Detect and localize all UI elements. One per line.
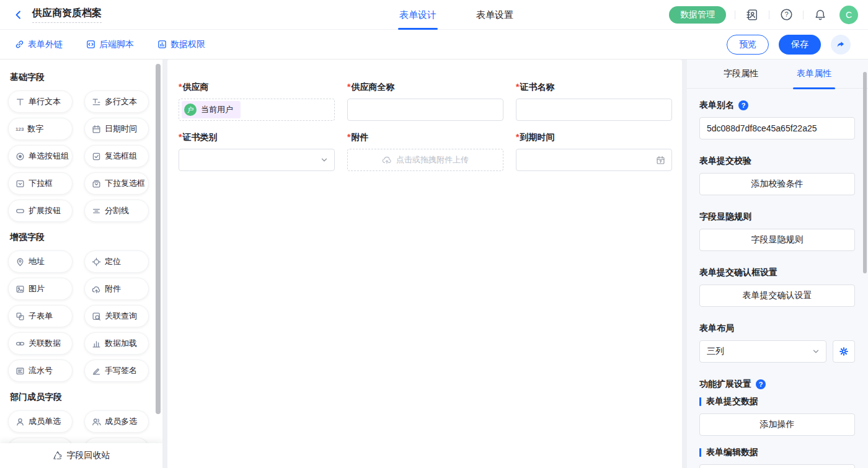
address-pin-icon (16, 257, 25, 267)
field-item-address[interactable]: 地址 (8, 250, 73, 273)
form-field-supplier-full-name[interactable]: * 供应商全称 (347, 82, 503, 121)
edit-data-add-button[interactable]: 添加操作 (699, 464, 855, 468)
data-permission-button[interactable]: 数据权限 (157, 39, 205, 50)
field-item-multi-line-text[interactable]: 多行文本 (84, 91, 149, 113)
field-item-location[interactable]: 定位 (84, 250, 149, 273)
field-item-multi-select[interactable]: 下拉复选框 (84, 172, 149, 195)
form-field-certificate-type[interactable]: * 证书类别 (179, 132, 335, 171)
layout-settings-button[interactable] (833, 340, 855, 363)
extend-button-icon (16, 206, 25, 216)
field-item-select[interactable]: 下拉框 (8, 172, 73, 195)
certificate-type-select[interactable] (179, 149, 335, 171)
form-grid: * 供应商 户 当前用户 * 供应商全称 * 证书名称 (167, 60, 682, 171)
submit-confirm-heading: 表单提交确认框设置 (699, 267, 855, 278)
field-item-linked-data[interactable]: 关联数据 (8, 332, 73, 355)
user-avatar[interactable]: C (839, 6, 858, 24)
field-visibility-button[interactable]: 字段显隐规则 (699, 229, 855, 251)
field-item-radio-group[interactable]: 单选按钮组 (8, 145, 73, 167)
notification-button[interactable] (812, 7, 828, 23)
data-permission-icon (157, 40, 167, 49)
save-button[interactable]: 保存 (779, 35, 821, 55)
required-asterisk: * (516, 82, 519, 93)
image-icon (16, 285, 25, 294)
section-title-enhanced-fields: 增强字段 (10, 232, 155, 243)
back-button[interactable] (11, 7, 26, 22)
field-item-datetime[interactable]: 日期时间 (84, 118, 149, 140)
backend-script-button[interactable]: 后端脚本 (86, 39, 134, 50)
section-title-basic-fields: 基础字段 (10, 72, 155, 83)
form-alias-heading: 表单别名 ? (699, 100, 855, 111)
certificate-name-input[interactable] (516, 99, 672, 121)
field-item-member-multi[interactable]: 成员多选 (84, 410, 149, 433)
field-item-divider-line[interactable]: 分割线 (84, 200, 149, 222)
field-item-member-single[interactable]: 成员单选 (8, 410, 73, 433)
form-field-attachment[interactable]: * 附件 点击或拖拽附件上传 (347, 132, 503, 171)
form-design-canvas[interactable]: * 供应商 户 当前用户 * 供应商全称 * 证书名称 (167, 60, 682, 468)
user-tag-avatar: 户 (184, 104, 197, 116)
preview-button[interactable]: 预览 (727, 35, 769, 55)
form-field-expire-time[interactable]: * 到期时间 (516, 132, 672, 171)
multi-text-icon (92, 97, 101, 107)
layout-select[interactable]: 三列 (699, 340, 826, 363)
field-item-number[interactable]: 123 数字 (8, 118, 73, 140)
tab-form-design[interactable]: 表单设计 (399, 0, 436, 30)
section-title-member-fields: 部门成员字段 (10, 392, 155, 403)
basic-fields-grid: 单行文本 多行文本 123 数字 日期时间 单选按钮组 复选框组 (8, 91, 155, 222)
supplier-user-field[interactable]: 户 当前用户 (179, 99, 335, 121)
question-circle-icon: ? (780, 8, 793, 21)
field-item-single-line-text[interactable]: 单行文本 (8, 91, 73, 113)
contact-book-button[interactable] (744, 7, 760, 23)
tab-form-settings[interactable]: 表单设置 (476, 0, 513, 30)
field-item-serial-number[interactable]: 流水号 (8, 360, 73, 382)
field-item-label: 地址 (29, 256, 45, 267)
field-item-extend-button[interactable]: 扩展按钮 (8, 200, 73, 222)
page-title[interactable]: 供应商资质档案 (32, 7, 102, 23)
field-label: * 供应商 (179, 82, 335, 93)
form-field-certificate-name[interactable]: * 证书名称 (516, 82, 672, 121)
current-user-tag[interactable]: 户 当前用户 (182, 101, 241, 118)
field-item-subform[interactable]: 子表单 (8, 305, 73, 327)
panel-scrollbar[interactable] (863, 72, 867, 273)
help-badge-icon[interactable]: ? (756, 379, 766, 389)
field-visibility-heading: 字段显隐规则 (699, 211, 855, 223)
submit-confirm-button[interactable]: 表单提交确认设置 (699, 285, 855, 307)
linked-data-icon (16, 339, 25, 348)
help-button[interactable]: ? (778, 7, 794, 23)
add-validation-button[interactable]: 添加校验条件 (699, 173, 855, 195)
sidebar-scrollbar[interactable] (156, 64, 161, 414)
upload-placeholder: 点击或拖拽附件上传 (396, 154, 469, 166)
number-icon: 123 (16, 126, 24, 132)
supplier-full-name-input[interactable] (347, 99, 503, 121)
expire-time-date-input[interactable] (516, 149, 672, 171)
field-item-label: 分割线 (105, 205, 129, 216)
field-item-image[interactable]: 图片 (8, 278, 73, 300)
field-item-linked-query[interactable]: 关联查询 (84, 305, 149, 327)
field-item-label: 关联查询 (105, 311, 137, 322)
field-item-label: 成员单选 (29, 416, 61, 427)
tab-field-properties[interactable]: 字段属性 (724, 60, 758, 89)
contact-book-icon (746, 9, 758, 21)
external-link-label: 表单外链 (28, 39, 63, 50)
form-field-supplier[interactable]: * 供应商 户 当前用户 (179, 82, 335, 121)
form-alias-input[interactable] (699, 117, 855, 139)
topbar-right: 数据管理 ? (669, 6, 868, 24)
attachment-upload-area[interactable]: 点击或拖拽附件上传 (347, 149, 503, 171)
field-item-label: 手写签名 (105, 365, 137, 376)
external-link-button[interactable]: 表单外链 (15, 39, 63, 50)
field-item-data-load[interactable]: 数据加载 (84, 332, 149, 355)
field-item-label: 子表单 (29, 311, 53, 322)
field-item-signature[interactable]: 手写签名 (84, 360, 149, 382)
form-toolbar: 表单外链 后端脚本 数据权限 预览 保存 (0, 30, 868, 60)
share-button[interactable] (831, 35, 851, 55)
tab-form-properties[interactable]: 表单属性 (797, 60, 831, 89)
field-recycle-bin-button[interactable]: 字段回收站 (0, 443, 162, 468)
submit-data-add-button[interactable]: 添加操作 (699, 413, 855, 436)
share-arrow-icon (836, 40, 846, 50)
field-item-attachment[interactable]: 附件 (84, 278, 149, 300)
field-item-label: 日期时间 (105, 123, 137, 135)
chevron-left-icon (14, 10, 24, 20)
field-item-checkbox-group[interactable]: 复选框组 (84, 145, 149, 167)
checkbox-group-icon (92, 152, 101, 161)
help-badge-icon[interactable]: ? (738, 100, 748, 110)
data-manage-button[interactable]: 数据管理 (669, 6, 726, 24)
